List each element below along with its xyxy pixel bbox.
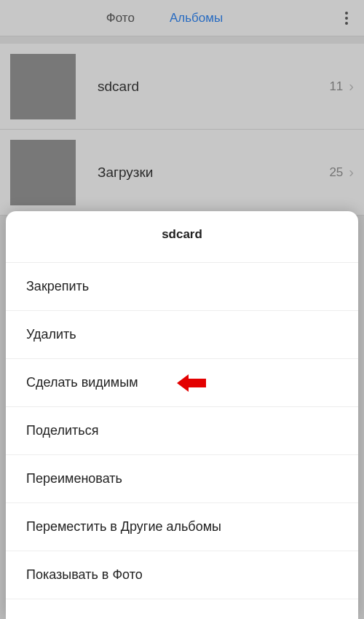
sheet-title: sdcard <box>6 211 358 263</box>
menu-item-delete[interactable]: Удалить <box>6 311 358 359</box>
menu-item-make-visible[interactable]: Сделать видимым <box>6 359 358 407</box>
menu-item-label: Сделать видимым <box>26 375 138 390</box>
menu-item-move[interactable]: Переместить в Другие альбомы <box>6 503 358 551</box>
menu-item-show-in-photos[interactable]: Показывать в Фото <box>6 551 358 599</box>
menu-item-share[interactable]: Поделиться <box>6 407 358 455</box>
svg-marker-0 <box>177 374 206 392</box>
menu-item-pin[interactable]: Закрепить <box>6 263 358 311</box>
context-menu-sheet: sdcard Закрепить Удалить Сделать видимым… <box>6 211 358 619</box>
menu-item-rename[interactable]: Переименовать <box>6 455 358 503</box>
gallery-screen: Фото Альбомы sdcard 11 › Загрузки 25 › s… <box>0 0 364 619</box>
arrow-left-icon <box>177 373 206 393</box>
